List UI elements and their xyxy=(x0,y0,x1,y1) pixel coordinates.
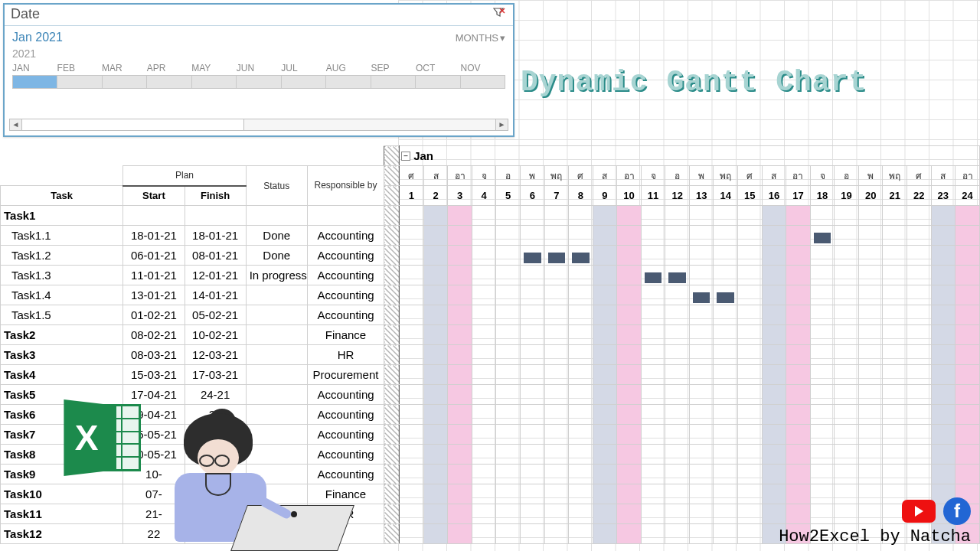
day-cell[interactable] xyxy=(786,325,811,345)
day-cell[interactable] xyxy=(689,266,714,285)
day-cell[interactable] xyxy=(641,206,665,226)
day-cell[interactable] xyxy=(883,465,907,484)
day-cell[interactable] xyxy=(400,385,424,405)
day-cell[interactable] xyxy=(786,285,811,305)
day-cell[interactable] xyxy=(617,285,642,305)
table-row[interactable]: Task1.501-02-2105-02-21Accounting xyxy=(1,305,980,325)
gantt-bar[interactable] xyxy=(572,253,590,263)
task-cell[interactable]: Task1.2 xyxy=(1,246,123,266)
day-cell[interactable] xyxy=(544,504,569,524)
finish-cell[interactable]: 10-02-21 xyxy=(185,325,246,345)
day-cell[interactable] xyxy=(665,445,690,465)
day-cell[interactable] xyxy=(665,305,690,325)
day-cell[interactable] xyxy=(617,206,642,226)
day-cell[interactable] xyxy=(496,405,521,425)
day-cell[interactable] xyxy=(956,226,980,246)
day-cell[interactable] xyxy=(810,285,835,305)
day-cell[interactable] xyxy=(448,285,472,305)
day-cell[interactable] xyxy=(931,365,956,385)
day-cell[interactable] xyxy=(714,206,738,226)
day-cell[interactable] xyxy=(544,425,569,445)
day-cell[interactable] xyxy=(738,305,763,325)
day-cell[interactable] xyxy=(762,445,786,465)
day-cell[interactable] xyxy=(956,405,980,425)
day-cell[interactable] xyxy=(810,465,835,484)
day-cell[interactable] xyxy=(738,285,763,305)
day-cell[interactable] xyxy=(665,345,690,365)
gantt-bar[interactable] xyxy=(645,272,662,283)
slicer-month-cell[interactable] xyxy=(282,76,326,88)
day-cell[interactable] xyxy=(762,226,786,246)
day-cell[interactable] xyxy=(520,405,544,425)
day-cell[interactable] xyxy=(472,285,496,305)
day-cell[interactable] xyxy=(400,305,424,325)
day-cell[interactable] xyxy=(956,445,980,465)
task-cell[interactable]: Task1.1 xyxy=(1,226,123,246)
day-cell[interactable] xyxy=(423,465,448,484)
day-cell[interactable] xyxy=(569,305,593,325)
day-cell[interactable] xyxy=(689,246,714,266)
day-cell[interactable] xyxy=(400,285,424,305)
day-cell[interactable] xyxy=(810,445,835,465)
start-cell[interactable]: 08-03-21 xyxy=(123,345,185,365)
day-cell[interactable] xyxy=(738,484,763,504)
facebook-icon[interactable]: f xyxy=(943,497,971,525)
task-cell[interactable]: Task11 xyxy=(1,504,123,524)
start-cell[interactable]: 15-03-21 xyxy=(123,365,185,385)
day-cell[interactable] xyxy=(786,206,811,226)
day-cell[interactable] xyxy=(883,385,907,405)
day-cell[interactable] xyxy=(665,285,690,305)
day-cell[interactable] xyxy=(906,385,931,405)
day-cell[interactable] xyxy=(665,365,690,385)
day-cell[interactable] xyxy=(544,385,569,405)
day-cell[interactable] xyxy=(786,226,811,246)
day-cell[interactable] xyxy=(472,226,496,246)
status-cell[interactable] xyxy=(246,325,307,345)
task-cell[interactable]: Task12 xyxy=(1,524,123,544)
day-cell[interactable] xyxy=(400,425,424,445)
day-cell[interactable] xyxy=(762,425,786,445)
day-cell[interactable] xyxy=(714,266,738,285)
day-cell[interactable] xyxy=(931,285,956,305)
day-cell[interactable] xyxy=(569,465,593,484)
day-cell[interactable] xyxy=(423,206,448,226)
day-cell[interactable] xyxy=(472,405,496,425)
day-cell[interactable] xyxy=(448,484,472,504)
day-cell[interactable] xyxy=(810,405,835,425)
slicer-month-bar[interactable] xyxy=(12,75,505,89)
day-cell[interactable] xyxy=(956,246,980,266)
day-cell[interactable] xyxy=(423,405,448,425)
day-cell[interactable] xyxy=(714,246,738,266)
day-cell[interactable] xyxy=(762,325,786,345)
day-cell[interactable] xyxy=(956,285,980,305)
day-cell[interactable] xyxy=(738,445,763,465)
day-cell[interactable] xyxy=(665,226,690,246)
responsible-cell[interactable]: Accounting xyxy=(307,285,384,305)
day-cell[interactable] xyxy=(617,405,642,425)
table-row[interactable]: Task1.413-01-2114-01-21Accounting xyxy=(1,285,980,305)
day-cell[interactable] xyxy=(400,345,424,365)
status-cell[interactable]: Done xyxy=(246,226,307,246)
day-cell[interactable] xyxy=(569,405,593,425)
day-cell[interactable] xyxy=(569,345,593,365)
day-cell[interactable] xyxy=(448,425,472,445)
day-cell[interactable] xyxy=(593,445,617,465)
finish-cell[interactable] xyxy=(185,206,246,226)
day-cell[interactable] xyxy=(544,365,569,385)
status-cell[interactable] xyxy=(246,206,307,226)
day-cell[interactable] xyxy=(593,405,617,425)
day-cell[interactable] xyxy=(569,365,593,385)
day-cell[interactable] xyxy=(810,206,835,226)
day-cell[interactable] xyxy=(569,226,593,246)
day-cell[interactable] xyxy=(423,285,448,305)
day-cell[interactable] xyxy=(738,246,763,266)
day-cell[interactable] xyxy=(689,465,714,484)
start-cell[interactable]: 06-01-21 xyxy=(123,246,185,266)
day-cell[interactable] xyxy=(689,365,714,385)
day-cell[interactable] xyxy=(931,305,956,325)
day-cell[interactable] xyxy=(906,305,931,325)
day-cell[interactable] xyxy=(520,445,544,465)
day-cell[interactable] xyxy=(906,226,931,246)
day-cell[interactable] xyxy=(448,325,472,345)
day-cell[interactable] xyxy=(858,226,883,246)
